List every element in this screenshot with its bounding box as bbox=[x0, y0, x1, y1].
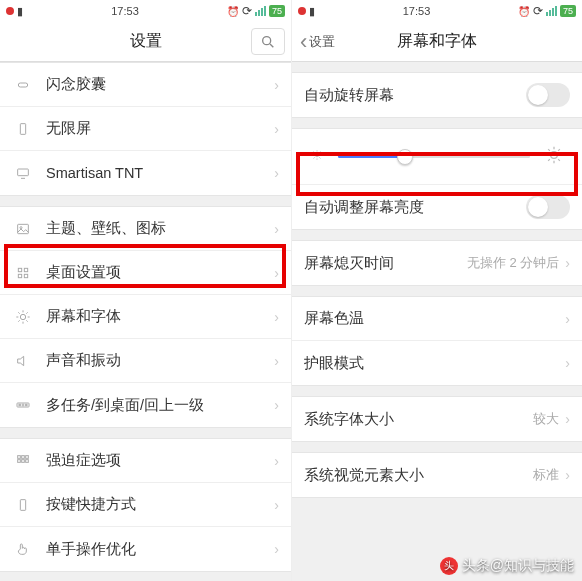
row-screen-font[interactable]: 屏幕和字体 bbox=[0, 295, 291, 339]
row-onehand[interactable]: 单手操作优化 bbox=[0, 527, 291, 571]
chevron-right-icon bbox=[565, 311, 570, 327]
chevron-right-icon bbox=[274, 309, 279, 325]
row-tnt[interactable]: Smartisan TNT bbox=[0, 151, 291, 195]
signal-icon bbox=[546, 6, 557, 16]
sync-icon bbox=[533, 4, 543, 18]
toggle-auto-brightness[interactable] bbox=[526, 195, 570, 219]
row-eye-protect[interactable]: 护眼模式 bbox=[292, 341, 582, 385]
svg-point-36 bbox=[315, 153, 319, 157]
chevron-right-icon bbox=[274, 397, 279, 413]
brightness-icon bbox=[12, 309, 34, 325]
svg-rect-24 bbox=[26, 404, 27, 405]
row-shortcut[interactable]: 按键快捷方式 bbox=[0, 483, 291, 527]
signal-icon bbox=[255, 6, 266, 16]
status-time: 17:53 bbox=[111, 5, 139, 17]
svg-rect-4 bbox=[18, 169, 29, 176]
svg-rect-10 bbox=[18, 274, 21, 277]
back-button[interactable]: 设置 bbox=[292, 22, 352, 61]
brightness-slider-row bbox=[292, 129, 582, 185]
svg-rect-27 bbox=[26, 455, 29, 458]
brightness-low-icon bbox=[310, 148, 324, 165]
row-font-size[interactable]: 系统字体大小 较大 bbox=[292, 397, 582, 441]
svg-rect-22 bbox=[19, 404, 20, 405]
chevron-right-icon bbox=[274, 121, 279, 137]
svg-line-18 bbox=[26, 320, 27, 321]
svg-rect-31 bbox=[20, 499, 25, 510]
chevron-right-icon bbox=[565, 411, 570, 427]
chevron-right-icon bbox=[274, 541, 279, 557]
svg-point-0 bbox=[263, 36, 271, 44]
svg-rect-3 bbox=[20, 123, 25, 134]
nav-bar-icon bbox=[12, 397, 34, 413]
row-multitask[interactable]: 多任务/到桌面/回上一级 bbox=[0, 383, 291, 427]
svg-line-42 bbox=[319, 157, 320, 158]
ocd-grid-icon bbox=[12, 453, 34, 469]
row-screen-timeout[interactable]: 屏幕熄灭时间 无操作 2 分钟后 bbox=[292, 241, 582, 285]
chevron-right-icon bbox=[274, 497, 279, 513]
status-bar: ▮ 17:53 75 bbox=[0, 0, 291, 22]
page-title: 设置 bbox=[130, 31, 162, 52]
svg-line-52 bbox=[548, 159, 550, 161]
capsule-icon bbox=[12, 77, 34, 93]
page-title: 屏幕和字体 bbox=[397, 31, 477, 52]
speaker-icon bbox=[12, 353, 34, 369]
svg-point-23 bbox=[22, 404, 24, 406]
svg-rect-9 bbox=[24, 268, 27, 271]
row-capsule[interactable]: 闪念胶囊 bbox=[0, 63, 291, 107]
chevron-right-icon bbox=[565, 255, 570, 271]
sync-icon bbox=[242, 4, 252, 18]
svg-line-20 bbox=[26, 312, 27, 313]
left-header: 设置 bbox=[0, 22, 291, 62]
watermark: 头头条@知识与技能 bbox=[440, 557, 574, 575]
alarm-icon bbox=[518, 5, 530, 17]
svg-line-43 bbox=[314, 157, 315, 158]
svg-rect-26 bbox=[22, 455, 25, 458]
row-desktop-settings[interactable]: 桌面设置项 bbox=[0, 251, 291, 295]
row-auto-rotate[interactable]: 自动旋转屏幕 bbox=[292, 73, 582, 117]
chevron-right-icon bbox=[274, 77, 279, 93]
status-bar: ▮ 17:53 75 bbox=[292, 0, 582, 22]
chevron-right-icon bbox=[274, 165, 279, 181]
svg-rect-28 bbox=[18, 459, 21, 462]
row-ui-scale[interactable]: 系统视觉元素大小 标准 bbox=[292, 453, 582, 497]
brightness-slider[interactable] bbox=[338, 155, 530, 158]
row-ocd[interactable]: 强迫症选项 bbox=[0, 439, 291, 483]
svg-line-1 bbox=[270, 44, 273, 47]
svg-line-41 bbox=[314, 152, 315, 153]
row-auto-brightness[interactable]: 自动调整屏幕亮度 bbox=[292, 185, 582, 229]
svg-line-44 bbox=[319, 152, 320, 153]
phone-rect-icon bbox=[12, 497, 34, 513]
svg-rect-25 bbox=[18, 455, 21, 458]
row-sound[interactable]: 声音和振动 bbox=[0, 339, 291, 383]
svg-rect-6 bbox=[18, 224, 29, 233]
svg-line-17 bbox=[18, 312, 19, 313]
battery-icon: 75 bbox=[560, 5, 576, 17]
right-screenshot: ▮ 17:53 75 设置 屏幕和字体 自动旋转屏幕 bbox=[291, 0, 582, 581]
row-theme[interactable]: 主题、壁纸、图标 bbox=[0, 207, 291, 251]
svg-point-45 bbox=[551, 152, 558, 159]
search-button[interactable] bbox=[251, 28, 285, 55]
image-icon bbox=[12, 221, 34, 237]
right-header: 设置 屏幕和字体 bbox=[292, 22, 582, 62]
svg-point-12 bbox=[20, 314, 25, 319]
alarm-icon bbox=[227, 5, 239, 17]
svg-line-19 bbox=[18, 320, 19, 321]
chevron-right-icon bbox=[274, 353, 279, 369]
row-infinite-screen[interactable]: 无限屏 bbox=[0, 107, 291, 151]
svg-rect-8 bbox=[18, 268, 21, 271]
phone-rect-icon bbox=[12, 121, 34, 137]
status-time: 17:53 bbox=[403, 5, 431, 17]
hand-icon bbox=[12, 541, 34, 557]
svg-rect-2 bbox=[18, 83, 27, 87]
left-content: 闪念胶囊 无限屏 Smartisan TNT 主题、壁纸、图标 bbox=[0, 62, 291, 581]
battery-icon: 75 bbox=[269, 5, 285, 17]
left-screenshot: ▮ 17:53 75 设置 闪念胶囊 无限屏 bbox=[0, 0, 291, 581]
brightness-high-icon bbox=[544, 145, 564, 168]
toggle-auto-rotate[interactable] bbox=[526, 83, 570, 107]
svg-line-53 bbox=[558, 149, 560, 151]
row-color-temp[interactable]: 屏幕色温 bbox=[292, 297, 582, 341]
chevron-right-icon bbox=[274, 453, 279, 469]
monitor-icon bbox=[12, 165, 34, 181]
chevron-right-icon bbox=[274, 265, 279, 281]
svg-rect-29 bbox=[22, 459, 25, 462]
